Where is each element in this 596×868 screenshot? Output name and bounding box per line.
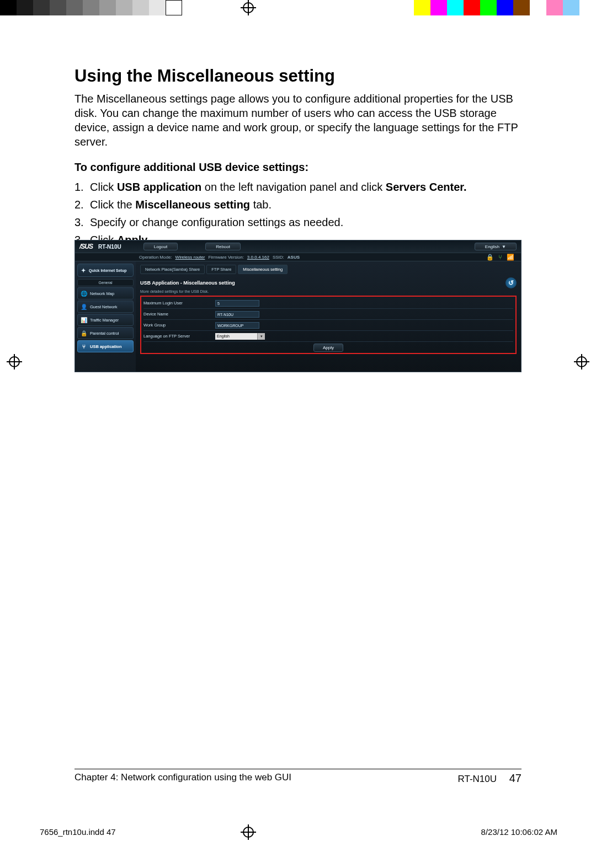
usb-icon[interactable]: ⑂ <box>498 254 502 261</box>
slug-timestamp: 8/23/12 10:06:02 AM <box>481 827 557 837</box>
swatch <box>397 0 414 15</box>
language-selector[interactable]: English▼ <box>475 243 517 250</box>
refresh-icon[interactable]: ↺ <box>505 277 517 288</box>
registration-mark-icon <box>574 354 589 369</box>
globe-icon: 🌐 <box>81 290 87 297</box>
print-slug: 7656_rtn10u.indd 47 8/23/12 10:06:02 AM <box>40 827 557 837</box>
max-login-label: Maximum Login User <box>143 301 215 306</box>
chapter-label: Chapter 4: Network configuration using t… <box>74 772 291 785</box>
panel-subtitle: More detailed settings for the USB Disk. <box>140 290 517 293</box>
step-1: 1.Click USB application on the left navi… <box>90 179 522 195</box>
usb-icon: ⑂ <box>81 343 87 350</box>
lock-icon: 🔒 <box>81 330 87 336</box>
router-statusbar: Operation Mode: Wireless router Firmware… <box>75 253 521 261</box>
sidebar-item-usb-application[interactable]: ⑂USB application <box>77 340 134 352</box>
chart-icon: 📊 <box>81 317 87 323</box>
sidebar-item-guest-network[interactable]: 👤Guest Network <box>77 301 134 313</box>
opmode-label: Operation Mode: <box>139 255 172 260</box>
footer-model: RT-N10U <box>457 774 497 784</box>
page-number: 47 <box>509 772 522 784</box>
row-ftp-lang: Language on FTP Server English ▾ <box>143 331 513 342</box>
swatch <box>99 0 116 15</box>
page-heading: Using the Miscellaneous setting <box>74 66 522 86</box>
swatch <box>33 0 50 15</box>
row-device-name: Device Name RT-N10U <box>143 309 513 320</box>
logout-button[interactable]: Logout <box>143 243 178 250</box>
swatch <box>563 0 579 15</box>
swatch <box>530 0 546 15</box>
reboot-button[interactable]: Reboot <box>205 243 241 250</box>
apply-button[interactable]: Apply <box>313 344 343 352</box>
opmode-value[interactable]: Wireless router <box>175 255 205 260</box>
swatch <box>50 0 66 15</box>
router-sidebar: ✦ Quick Internet Setup General 🌐Network … <box>75 261 136 372</box>
sidebar-item-parental-control[interactable]: 🔒Parental control <box>77 327 134 339</box>
person-icon: 👤 <box>81 303 87 310</box>
swatch <box>497 0 513 15</box>
fw-label: Firmware Version: <box>208 255 243 260</box>
lock-icon[interactable]: 🔒 <box>486 254 494 261</box>
swatch <box>447 0 464 15</box>
max-login-input[interactable]: 5 <box>215 300 259 307</box>
printer-colorbar-top <box>0 0 596 15</box>
fw-value[interactable]: 3.0.0.4.162 <box>247 255 269 260</box>
row-workgroup: Work Group WORKGROUP <box>143 320 513 331</box>
registration-mark-icon <box>7 354 22 369</box>
panel-title: USB Application - Miscellaneous setting … <box>140 277 517 288</box>
asus-logo: /SUS <box>79 243 93 250</box>
router-screenshot: /SUS RT-N10U Logout Reboot English▼ Oper… <box>74 240 522 372</box>
swatch <box>414 0 430 15</box>
tabs: Network Place(Samba) Share FTP Share Mis… <box>140 265 517 274</box>
section-label-general: General <box>77 279 134 286</box>
sidebar-item-network-map[interactable]: 🌐Network Map <box>77 287 134 299</box>
swatch <box>0 0 17 15</box>
chevron-down-icon: ▾ <box>257 333 265 340</box>
steps-list: 1.Click USB application on the left navi… <box>74 179 522 248</box>
workgroup-label: Work Group <box>143 323 215 328</box>
swatch <box>17 0 33 15</box>
wifi-icon[interactable]: 📶 <box>507 254 514 261</box>
slug-filename: 7656_rtn10u.indd 47 <box>40 827 116 837</box>
tab-misc-setting[interactable]: Miscellaneous setting <box>238 265 288 274</box>
swatch <box>546 0 563 15</box>
wand-icon: ✦ <box>80 267 87 274</box>
swatch <box>132 0 149 15</box>
subheading: To configure additional USB device setti… <box>74 161 522 174</box>
ftp-lang-label: Language on FTP Server <box>143 334 215 339</box>
sidebar-item-traffic-manager[interactable]: 📊Traffic Manager <box>77 314 134 326</box>
model-label: RT-N10U <box>98 244 121 250</box>
settings-form-highlight: Maximum Login User 5 Device Name RT-N10U… <box>140 296 517 354</box>
tab-samba-share[interactable]: Network Place(Samba) Share <box>140 265 205 274</box>
swatch <box>480 0 497 15</box>
page-content: Using the Miscellaneous setting The Misc… <box>74 66 522 250</box>
router-topbar: /SUS RT-N10U Logout Reboot English▼ <box>75 240 521 253</box>
ftp-lang-select[interactable]: English ▾ <box>215 333 265 340</box>
quick-internet-setup-button[interactable]: ✦ Quick Internet Setup <box>77 264 134 277</box>
swatch <box>464 0 480 15</box>
device-name-label: Device Name <box>143 312 215 317</box>
device-name-input[interactable]: RT-N10U <box>215 311 259 318</box>
swatch <box>116 0 132 15</box>
registration-mark-icon <box>241 0 256 15</box>
swatch <box>83 0 99 15</box>
swatch <box>513 0 530 15</box>
swatch <box>66 0 83 15</box>
ssid-value: ASUS <box>288 255 300 260</box>
intro-paragraph: The Miscellaneous settings page allows y… <box>74 92 522 149</box>
swatch <box>149 0 166 15</box>
chevron-down-icon: ▼ <box>502 244 506 249</box>
swatch <box>579 0 596 15</box>
router-main: Network Place(Samba) Share FTP Share Mis… <box>136 261 521 372</box>
page-footer: Chapter 4: Network configuration using t… <box>74 772 522 785</box>
ssid-label: SSID: <box>273 255 284 260</box>
workgroup-input[interactable]: WORKGROUP <box>215 322 259 329</box>
step-3: 3.Specify or change configuration settin… <box>90 215 522 230</box>
tab-ftp-share[interactable]: FTP Share <box>206 265 236 274</box>
footer-rule <box>74 769 522 769</box>
row-max-login: Maximum Login User 5 <box>143 298 513 309</box>
step-2: 2.Click the Miscellaneous setting tab. <box>90 197 522 212</box>
swatch <box>430 0 447 15</box>
swatch <box>166 0 182 15</box>
